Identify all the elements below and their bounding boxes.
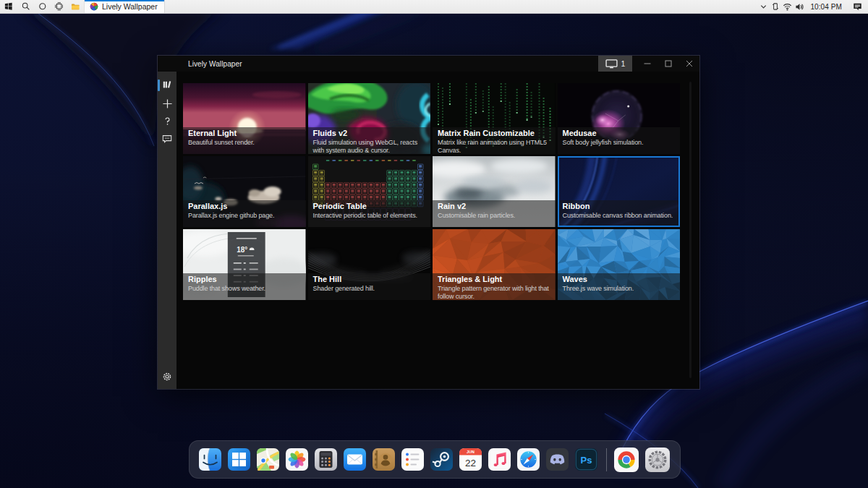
tile-title: Ribbon xyxy=(563,202,679,211)
taskbar-clock[interactable]: 10:04 PM xyxy=(805,3,847,11)
tile-title: Periodic Table xyxy=(313,202,430,211)
tile-title: Rain v2 xyxy=(438,202,554,211)
tile-caption: Waves Three.js wave simulation. xyxy=(558,273,681,300)
dock-photoshop-label: Ps xyxy=(581,455,592,466)
minimize-button[interactable] xyxy=(637,56,658,72)
dock-icon-reminders[interactable] xyxy=(401,448,424,471)
wallpaper-tile-parallax[interactable]: Parallax.js Parallax.js engine github pa… xyxy=(183,156,306,227)
maximize-button[interactable] xyxy=(658,56,678,72)
tile-title: The Hill xyxy=(313,275,430,284)
tile-description: Three.js wave simulation. xyxy=(563,285,679,293)
wallpaper-tile-ribbon[interactable]: Ribbon Customisable canvas ribbon animat… xyxy=(558,156,681,227)
sidebar-item-help[interactable] xyxy=(158,113,176,130)
scrollbar[interactable] xyxy=(689,82,692,378)
tile-caption: Rain v2 Customisable rain particles. xyxy=(433,200,556,227)
tile-description: Soft body jellyfish simulation. xyxy=(563,139,679,147)
tile-description: Fluid simulation using WebGL, reacts wit… xyxy=(313,139,430,155)
dock-icon-discord[interactable] xyxy=(546,448,569,471)
wallpaper-tile-waves[interactable]: Waves Three.js wave simulation. xyxy=(558,229,681,300)
wallpaper-tile-eternal[interactable]: Eternal Light Beautiful sunset render. xyxy=(183,83,306,154)
action-center-icon[interactable] xyxy=(847,2,868,12)
dock-icon-photoshop[interactable]: Ps xyxy=(575,448,597,471)
wallpaper-tile-ripples[interactable]: 18° Ripples Puddle that shows weather. xyxy=(183,229,306,300)
hidden-icons-chevron-icon[interactable] xyxy=(757,3,770,11)
phone-link-icon[interactable] xyxy=(770,2,782,11)
dock-calendar-day: 22 xyxy=(465,458,476,468)
tile-description: Triangle pattern generator with light th… xyxy=(438,285,554,301)
tile-caption: Fluids v2 Fluid simulation using WebGL, … xyxy=(308,127,431,154)
dock-icon-music[interactable] xyxy=(488,448,511,471)
tile-caption: Matrix Rain Customizable Matrix like rai… xyxy=(433,127,556,154)
dock-icon-windows[interactable] xyxy=(228,448,250,471)
tile-title: Ripples xyxy=(188,275,305,284)
wallpaper-tile-triangles[interactable]: Triangles & Light Triangle pattern gener… xyxy=(433,229,556,300)
task-view-icon[interactable] xyxy=(51,0,67,13)
display-select-button[interactable]: 1 xyxy=(598,56,632,72)
display-count: 1 xyxy=(621,59,626,68)
taskbar-app-active-indicator xyxy=(85,0,164,1)
tile-title: Waves xyxy=(563,275,679,284)
tile-caption: Parallax.js Parallax.js engine github pa… xyxy=(183,200,306,227)
start-icon[interactable] xyxy=(0,0,17,13)
ripples-widget-temp: 18° xyxy=(237,246,247,254)
tile-caption: Periodic Table Interactive periodic tabl… xyxy=(308,200,431,227)
wallpaper-tile-medusae[interactable]: Medusae Soft body jellyfish simulation. xyxy=(558,83,681,154)
tile-title: Matrix Rain Customizable xyxy=(438,129,554,138)
wallpaper-tile-rain[interactable]: Rain v2 Customisable rain particles. xyxy=(433,156,556,227)
sidebar-item-add-wallpaper[interactable] xyxy=(158,95,176,113)
tile-caption: Medusae Soft body jellyfish simulation. xyxy=(558,127,681,154)
dock-icon-chrome[interactable] xyxy=(614,448,639,472)
taskbar-app-label: Lively Wallpaper xyxy=(102,2,158,11)
tile-title: Eternal Light xyxy=(188,129,305,138)
window-sidebar xyxy=(158,72,176,389)
close-button[interactable] xyxy=(678,56,699,72)
lively-app-icon xyxy=(90,2,98,11)
dock-icon-contacts[interactable] xyxy=(373,448,395,471)
lively-wallpaper-window: Lively Wallpaper 1 xyxy=(158,56,699,389)
taskbar: Lively Wallpaper 10:04 PM xyxy=(0,0,868,14)
search-icon[interactable] xyxy=(17,0,34,13)
tile-description: Parallax.js engine github page. xyxy=(188,212,305,220)
wallpaper-tile-hill[interactable]: The Hill Shader generated hill. xyxy=(308,229,431,300)
tile-caption: Ribbon Customisable canvas ribbon animat… xyxy=(558,200,681,227)
wallpaper-grid: Eternal Light Beautiful sunset render. F… xyxy=(183,83,680,300)
sidebar-item-settings[interactable] xyxy=(158,368,176,385)
wallpaper-tile-periodic[interactable]: Periodic Table Interactive periodic tabl… xyxy=(308,156,431,227)
taskbar-app-button[interactable]: Lively Wallpaper xyxy=(84,0,165,13)
tile-caption: The Hill Shader generated hill. xyxy=(308,273,431,300)
tile-description: Customisable rain particles. xyxy=(438,212,554,220)
sidebar-item-feedback[interactable] xyxy=(158,130,176,147)
desktop: Lively Wallpaper 10:04 PM Lively Wallpap… xyxy=(0,0,868,488)
monitor-icon xyxy=(605,59,618,69)
file-explorer-icon[interactable] xyxy=(67,0,84,13)
tile-caption: Ripples Puddle that shows weather. xyxy=(183,273,306,300)
dock-icon-mail[interactable] xyxy=(344,448,366,471)
tile-description: Puddle that shows weather. xyxy=(188,285,305,293)
volume-icon[interactable] xyxy=(793,2,806,12)
dock-icon-calculator[interactable] xyxy=(315,448,337,471)
dock-icon-safari[interactable] xyxy=(517,448,540,471)
window-title: Lively Wallpaper xyxy=(188,56,242,72)
wifi-icon[interactable] xyxy=(781,2,793,12)
dock-calendar-month: JUN xyxy=(467,450,475,454)
dock-icon-photos[interactable] xyxy=(286,448,308,471)
tile-caption: Triangles & Light Triangle pattern gener… xyxy=(433,273,556,300)
dock: JUN 22 Ps xyxy=(189,440,681,479)
tile-description: Beautiful sunset render. xyxy=(188,139,305,147)
cortana-icon[interactable] xyxy=(34,0,51,13)
sidebar-item-library[interactable] xyxy=(158,76,176,93)
dock-icon-system-preferences[interactable] xyxy=(645,448,670,472)
dock-icon-steam[interactable] xyxy=(430,448,453,471)
dock-icon-maps[interactable] xyxy=(257,448,279,471)
tile-description: Matrix like rain animation using HTML5 C… xyxy=(438,139,554,155)
tile-description: Interactive periodic table of elements. xyxy=(313,212,430,220)
wallpaper-tile-fluids[interactable]: Fluids v2 Fluid simulation using WebGL, … xyxy=(308,83,431,154)
tile-description: Customisable canvas ribbon animation. xyxy=(563,212,679,220)
dock-icon-finder[interactable] xyxy=(199,448,221,471)
wallpaper-tile-matrix[interactable]: Matrix Rain Customizable Matrix like rai… xyxy=(433,83,556,154)
window-titlebar[interactable]: Lively Wallpaper 1 xyxy=(158,56,699,72)
tile-title: Fluids v2 xyxy=(313,129,430,138)
dock-icon-calendar[interactable]: JUN 22 xyxy=(459,448,482,471)
system-tray: 10:04 PM xyxy=(757,0,868,13)
tile-description: Shader generated hill. xyxy=(313,285,430,293)
